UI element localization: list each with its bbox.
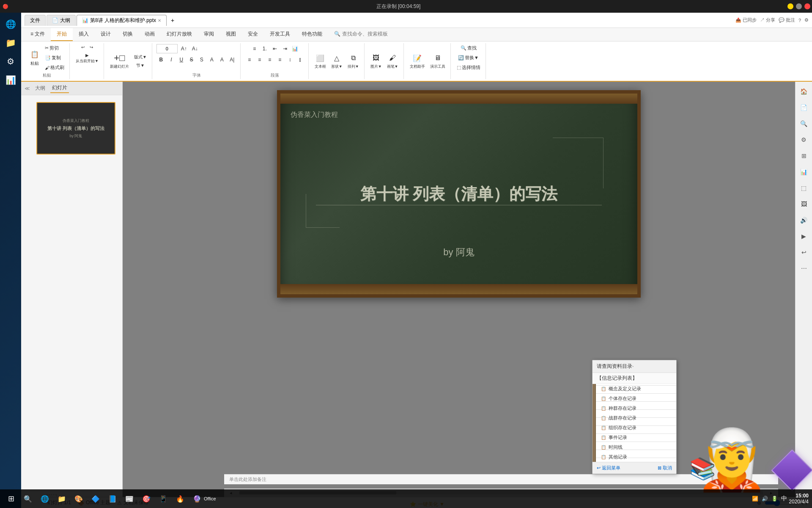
taskbar-office[interactable]: 🔥 (173, 491, 188, 506)
slide-1-thumbnail[interactable]: 伪香菜入门教程 第十讲 列表（清单）的写法 by 阿鬼 (36, 102, 115, 155)
strikethrough-button[interactable]: S (187, 55, 196, 64)
indent-less-button[interactable]: ⇤ (270, 44, 280, 53)
start-button[interactable]: ⊞ (3, 491, 19, 506)
taskbar-explorer[interactable]: 📁 (54, 491, 69, 506)
image-button[interactable]: 🖼 图片▼ (369, 52, 384, 70)
rs-audio-button[interactable]: 🔊 (798, 214, 810, 226)
rs-settings-button[interactable]: ⚙ (798, 133, 810, 146)
ribbon-tab-security[interactable]: 安全 (242, 28, 264, 41)
start-from-button[interactable]: ▶ 从当前开始▼ (74, 52, 100, 65)
find-button[interactable]: 🔍 查找 (459, 44, 478, 52)
sidebar-icon-3[interactable]: ⚙ (3, 53, 19, 69)
panel-collapse-button[interactable]: ≪ (25, 86, 30, 91)
shape-button[interactable]: △ 形状▼ (329, 52, 344, 70)
sidebar-icon-4[interactable]: 📊 (3, 72, 19, 88)
line-spacing-button[interactable]: ↕ (285, 55, 295, 64)
popup-cancel-button[interactable]: ⊠ 取消 (658, 465, 672, 471)
popup-item-0[interactable]: 📋 概念及定义记录 (593, 384, 676, 394)
font-size-input[interactable] (156, 44, 178, 53)
rs-image-button[interactable]: 🖼 (798, 198, 810, 210)
redo-button[interactable]: ↪ (88, 44, 95, 50)
select-button[interactable]: ⬚ 选择情情 (455, 64, 482, 72)
ribbon-tab-view[interactable]: 视图 (220, 28, 242, 41)
taskbar-app4[interactable]: 🎯 (139, 491, 154, 506)
note-placeholder[interactable]: 单击此处添加备注 (229, 476, 266, 483)
system-clock[interactable]: 15:00 2020/4/4 (789, 493, 809, 505)
ribbon-tab-animation[interactable]: 动画 (139, 28, 161, 41)
ribbon-tab-transition[interactable]: 切换 (117, 28, 139, 41)
undo-button[interactable]: ↩ (80, 44, 86, 50)
win-close[interactable] (804, 3, 810, 9)
taskbar-photoshop[interactable]: 🎨 (71, 491, 86, 506)
outline-tab[interactable]: 大纲 (33, 84, 47, 93)
popup-item-7[interactable]: 📋 其他记录 (593, 452, 676, 462)
replace-button[interactable]: 🔄 替换▼ (456, 54, 480, 62)
ribbon-tab-developer[interactable]: 开发工具 (264, 28, 296, 41)
taskbar-app1[interactable]: 🔷 (88, 491, 103, 506)
tab-template[interactable]: 📄 大纲 (47, 15, 76, 26)
new-slide-button[interactable]: +□ 新建幻灯片 (108, 52, 131, 70)
taskbar-app5[interactable]: 📱 (156, 491, 171, 506)
align-left-button[interactable]: ≡ (245, 55, 254, 64)
increase-font-button[interactable]: A↑ (179, 44, 189, 53)
layout-button[interactable]: 版式▼ (132, 53, 148, 61)
rs-layers-button[interactable]: ⬚ (798, 182, 810, 194)
slide-canvas[interactable]: 伪香菜入门教程 第十讲 列表（清单）的写法 (277, 90, 641, 298)
brush-button[interactable]: 🖌 画笔▼ (385, 52, 400, 70)
align-right-button[interactable]: ≡ (265, 55, 274, 64)
ribbon-tab-slideshow[interactable]: 幻灯片放映 (161, 28, 198, 41)
list-bullet-button[interactable]: ≡ (250, 44, 259, 53)
popup-item-3[interactable]: 📋 战群存在记录 (593, 413, 676, 423)
help-button[interactable]: ? (798, 18, 801, 23)
decrease-font-button[interactable]: A↓ (190, 44, 200, 53)
slide-main-title[interactable]: 第十讲 列表（清单）的写法 (360, 183, 558, 205)
column-button[interactable]: ⫿ (296, 55, 305, 64)
section-button[interactable]: 节▼ (132, 62, 148, 69)
settings-button[interactable]: ⚙ (804, 17, 809, 23)
list-number-button[interactable]: 1. (260, 44, 269, 53)
popup-item-2[interactable]: 📋 种群存在记录 (593, 403, 676, 413)
ribbon-tab-special[interactable]: 特色功能 (296, 28, 328, 41)
popup-item-4[interactable]: 📋 组织存在记录 (593, 423, 676, 433)
new-tab-button[interactable]: + (167, 15, 178, 25)
rs-animation-button[interactable]: ▶ (798, 230, 810, 243)
tab-doc-close[interactable]: ✕ (158, 18, 161, 23)
format-brush-button[interactable]: 🖌 格式刷 (43, 64, 66, 72)
rs-doc-button[interactable]: 📄 (798, 101, 810, 114)
presenter-button[interactable]: 🖥 演示工具 (428, 52, 447, 70)
win-maximize[interactable] (796, 3, 802, 9)
chart-button[interactable]: 📊 (291, 44, 300, 53)
tab-home[interactable]: 文件 (25, 15, 46, 26)
cut-button[interactable]: ✂ 剪切 (43, 44, 66, 52)
popup-back-button[interactable]: ↩ 返回菜单 (597, 465, 620, 471)
taskbar-app2[interactable]: 📘 (105, 491, 120, 506)
popup-item-1[interactable]: 📋 个体存在记录 (593, 394, 676, 403)
rs-back-button[interactable]: ↩ (798, 246, 810, 259)
align-justify-button[interactable]: ≡ (275, 55, 285, 64)
paste-button[interactable]: 📋 粘贴 (28, 49, 41, 67)
rs-more-button[interactable]: ⋯ (798, 262, 810, 275)
taskbar-app3[interactable]: 📰 (122, 491, 137, 506)
bold-button[interactable]: B (156, 55, 166, 64)
tab-document[interactable]: 📊 第8讲 人格的配布和维护.pptx ✕ (77, 15, 167, 26)
italic-button[interactable]: I (167, 55, 176, 64)
win-minimize[interactable] (787, 3, 793, 9)
ribbon-tab-search[interactable]: 🔍 查找命令、搜索模板 (328, 28, 393, 41)
underline-button[interactable]: U (177, 55, 186, 64)
char-spacing-button[interactable]: A| (228, 55, 237, 64)
arrange-button[interactable]: ⧉ 排列▼ (346, 52, 361, 70)
ribbon-tab-review[interactable]: 审阅 (198, 28, 220, 41)
taskbar-app6[interactable]: 🔮 (189, 491, 205, 506)
textbox-button[interactable]: ⬜ 文本框 (313, 52, 328, 70)
popup-item-5[interactable]: 📋 事件记录 (593, 433, 676, 442)
docassist-button[interactable]: 📝 文档助手 (408, 52, 427, 70)
taskbar-search[interactable]: 🔍 (20, 491, 36, 506)
text-color-button[interactable]: A (207, 55, 217, 64)
rs-chart-button[interactable]: 📊 (798, 166, 810, 178)
ribbon-tab-design[interactable]: 设计 (95, 28, 117, 41)
text-shadow-button[interactable]: S (197, 55, 206, 64)
slides-panel-tab[interactable]: 幻灯片 (50, 83, 69, 93)
ribbon-tab-file[interactable]: ≡ 文件 (25, 28, 51, 41)
taskbar-chrome[interactable]: 🌐 (37, 491, 52, 506)
sidebar-icon-2[interactable]: 📁 (3, 35, 19, 51)
